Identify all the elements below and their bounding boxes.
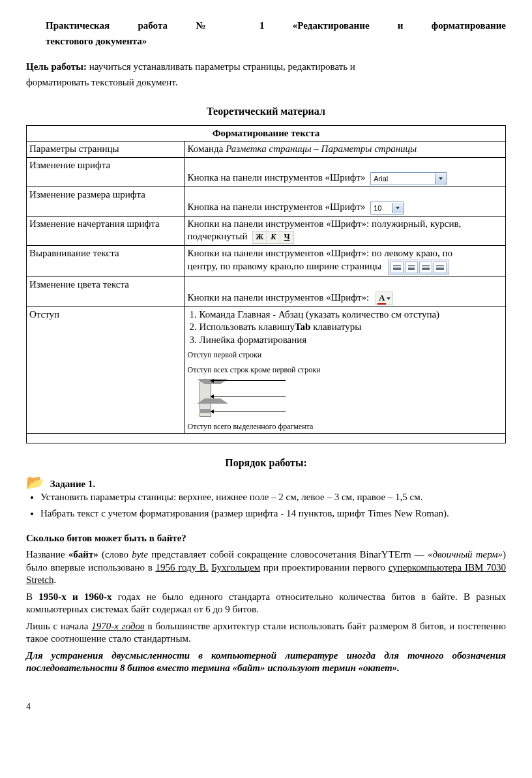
task1-title: Задание 1. <box>50 479 95 489</box>
cell-align-cmd: Кнопки на панели инструментов «Шрифт»: п… <box>185 245 505 277</box>
goal-text-1: научиться устанавливать параметры страни… <box>87 61 355 72</box>
chevron-down-icon[interactable] <box>435 173 446 184</box>
goal-label: Цель работы: <box>26 61 87 72</box>
paragraph: Лишь с начала 1970-х годов в большинстве… <box>26 620 506 646</box>
cell-font-cmd: Кнопка на панели инструментов «Шрифт» Ar… <box>185 157 505 187</box>
ruler-icon <box>190 379 229 418</box>
cell-indent-cmd: Команда Главная - Абзац (указать количес… <box>185 307 505 434</box>
page-number: 4 <box>26 701 506 713</box>
cell-align: Выравнивание текста <box>27 245 185 277</box>
table-row: Параметры страницы Команда Разметка стра… <box>27 142 506 158</box>
font-dropdown-value: Arial <box>371 174 435 183</box>
task1-bullets: Установить параметры станицы: верхнее, н… <box>26 491 506 520</box>
font-color-button[interactable]: А <box>376 292 393 305</box>
order-title: Порядок работы: <box>26 456 506 470</box>
fontsize-dropdown[interactable]: 10 <box>370 202 404 215</box>
paragraph-emphasis: Для устранения двусмысленности в компьют… <box>26 650 506 675</box>
goal-line1: Цель работы: научиться устанавливать пар… <box>26 61 506 74</box>
cell-fontsize: Изменение размера шрифта <box>27 187 185 216</box>
table-row: Отступ Команда Главная - Абзац (указать … <box>27 307 506 434</box>
cell-color-cmd: Кнопки на панели инструментов «Шрифт»: А <box>185 277 505 307</box>
align-justify-icon[interactable] <box>434 262 447 273</box>
theory-title: Теоретический материал <box>26 105 506 119</box>
doc-title-line1: Практическая работа № 1 «Редактирование … <box>46 20 506 33</box>
task-header: 📂 Задание 1. <box>26 475 506 491</box>
cell-fontsize-cmd: Кнопка на панели инструментов «Шрифт» 10 <box>185 187 505 216</box>
cell-indent: Отступ <box>27 307 185 434</box>
paragraph: Название «байт» (слово byte представляет… <box>26 548 506 587</box>
fontsize-value: 10 <box>371 203 392 213</box>
underline-icon[interactable]: Ч <box>280 232 293 243</box>
paragraph: В 1950-х и 1960-х годах не было единого … <box>26 591 506 616</box>
font-dropdown[interactable]: Arial <box>370 172 447 185</box>
chevron-down-icon[interactable] <box>386 297 391 300</box>
table-row: Изменение начертания шрифта Кнопки на па… <box>27 216 506 245</box>
bold-italic-underline-icons[interactable]: Ж К Ч <box>252 231 294 244</box>
goal-line2: форматировать текстовый документ. <box>26 76 506 89</box>
chevron-down-icon[interactable] <box>392 203 403 213</box>
ruler-caption-1: Отступ первой строки <box>188 350 503 360</box>
table-row: Изменение шрифта Кнопка на панели инстру… <box>27 157 506 187</box>
table-row <box>27 434 506 443</box>
table-header: Форматирование текста <box>27 125 506 142</box>
align-center-icon[interactable] <box>405 262 418 273</box>
list-item: Команда Главная - Абзац (указать количес… <box>200 308 503 322</box>
cell-params: Параметры страницы <box>27 142 185 158</box>
cell-params-cmd: Команда Разметка страницы – Параметры ст… <box>185 142 505 158</box>
align-right-icon[interactable] <box>419 262 432 273</box>
table-row: Изменение размера шрифта Кнопка на панел… <box>27 187 506 216</box>
folder-icon: 📂 <box>26 474 44 490</box>
cell-color: Изменение цвета текста <box>27 277 185 307</box>
ruler-caption-2: Отступ всех строк кроме первой строки <box>188 365 503 375</box>
list-item: Использовать клавишуTab клавиатуры <box>200 321 503 334</box>
table-row: Изменение цвета текста Кнопки на панели … <box>27 277 506 307</box>
align-left-icon[interactable] <box>391 262 404 273</box>
font-color-icon: А <box>377 293 386 304</box>
cell-style: Изменение начертания шрифта <box>27 216 185 245</box>
cell-font: Изменение шрифта <box>27 157 185 187</box>
bold-icon[interactable]: Ж <box>253 232 267 243</box>
ruler-caption-3: Отступ всего выделенного фрагмента <box>188 422 503 432</box>
alignment-buttons[interactable] <box>388 260 449 275</box>
list-item: Линейка форматирования <box>200 334 503 347</box>
list-item: Установить параметры станицы: верхнее, н… <box>40 491 506 504</box>
italic-icon[interactable]: К <box>267 232 280 243</box>
table-row: Выравнивание текста Кнопки на панели инс… <box>27 245 506 277</box>
list-item: Набрать текст с учетом форматирования (р… <box>40 507 506 520</box>
ruler-diagram: Отступ первой строки Отступ всех строк к… <box>188 350 503 432</box>
cell-style-cmd: Кнопки на панели инструментов «Шрифт»: п… <box>185 216 505 245</box>
formatting-table: Форматирование текста Параметры страницы… <box>26 125 506 444</box>
doc-title-line2: текстового документа» <box>46 35 506 48</box>
article-heading: Сколько битов может быть в байте? <box>26 532 506 545</box>
